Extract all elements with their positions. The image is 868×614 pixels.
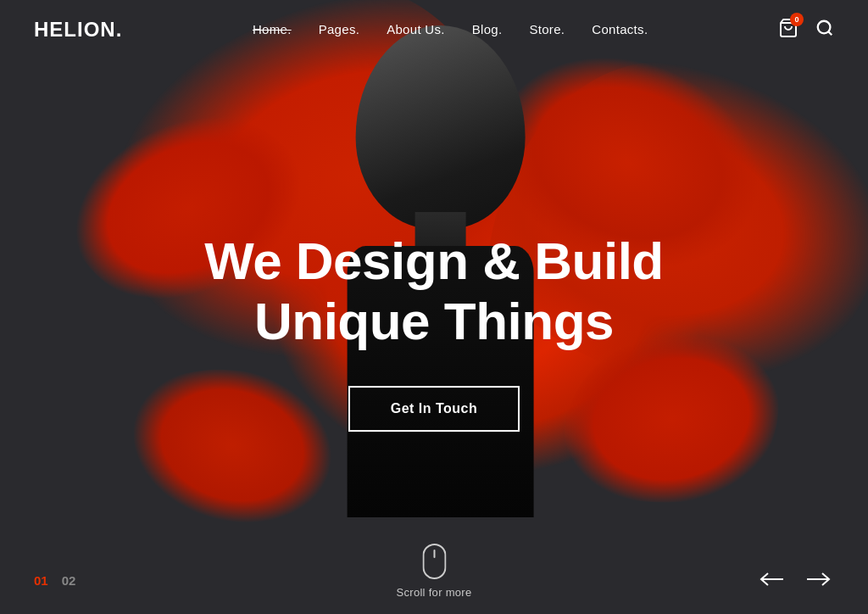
nav-item-home[interactable]: Home.	[253, 22, 292, 37]
nav-link-blog[interactable]: Blog.	[472, 22, 503, 36]
prev-arrow-icon	[760, 572, 783, 586]
nav-link-home[interactable]: Home.	[253, 22, 292, 36]
slide-indicator-2[interactable]: 02	[62, 573, 76, 588]
nav-item-blog[interactable]: Blog.	[472, 22, 503, 37]
cart-badge: 0	[790, 13, 804, 26]
nav-actions: 0	[778, 18, 834, 42]
mouse-icon	[422, 544, 446, 579]
bottom-bar: 01 02 Scroll for more	[0, 546, 868, 614]
navbar: HELION. Home. Pages. About Us. Blog. Sto…	[0, 0, 868, 59]
nav-item-store[interactable]: Store.	[529, 22, 565, 37]
nav-link-store[interactable]: Store.	[529, 22, 565, 36]
next-arrow-icon	[807, 572, 831, 586]
svg-line-2	[828, 31, 832, 35]
scroll-text: Scroll for more	[396, 586, 471, 599]
slide-indicators: 01 02	[34, 573, 75, 588]
nav-link-contacts[interactable]: Contacts.	[592, 22, 648, 36]
hero-title: We Design & Build Unique Things	[180, 231, 688, 352]
nav-link-pages[interactable]: Pages.	[319, 22, 360, 36]
search-icon-svg	[815, 19, 834, 37]
hero-section: HELION. Home. Pages. About Us. Blog. Sto…	[0, 0, 868, 614]
nav-item-contacts[interactable]: Contacts.	[592, 22, 648, 37]
scroll-hint: Scroll for more	[396, 544, 471, 599]
logo[interactable]: HELION.	[34, 18, 122, 42]
nav-link-about[interactable]: About Us.	[387, 22, 445, 36]
nav-arrows	[756, 569, 834, 592]
nav-links: Home. Pages. About Us. Blog. Store. Cont…	[253, 22, 648, 37]
next-arrow-button[interactable]	[804, 569, 834, 592]
nav-item-pages[interactable]: Pages.	[319, 22, 360, 37]
hero-title-line1: We Design & Build	[204, 232, 664, 290]
search-button[interactable]	[815, 19, 834, 41]
svg-point-1	[818, 21, 831, 34]
prev-arrow-button[interactable]	[756, 569, 787, 592]
cart-button[interactable]: 0	[778, 18, 798, 42]
hero-title-line2: Unique Things	[254, 292, 614, 350]
nav-item-about[interactable]: About Us.	[387, 22, 445, 37]
slide-indicator-1[interactable]: 01	[34, 573, 48, 588]
hero-content: We Design & Build Unique Things Get In T…	[180, 231, 688, 432]
cta-button[interactable]: Get In Touch	[348, 386, 520, 432]
